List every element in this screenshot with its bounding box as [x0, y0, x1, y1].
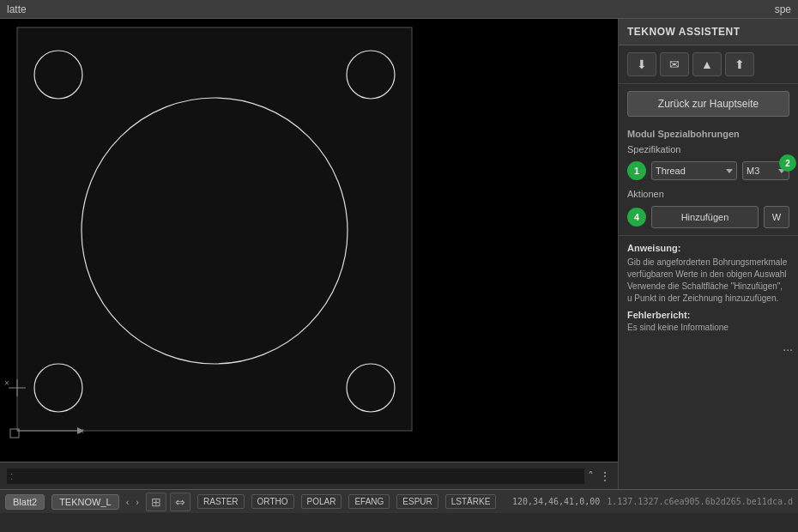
layout-icon-2[interactable]: ⇔ [170, 493, 190, 511]
module-title: Modul Spezialbohrungen [619, 124, 798, 141]
mode-espur[interactable]: ESPUR [396, 494, 438, 509]
error-text: Es sind keine Informatione [627, 322, 789, 334]
instruction-title: Anweisung: [627, 243, 789, 253]
chevron-up-icon[interactable]: ˄ [588, 469, 594, 483]
w-button[interactable]: W [764, 206, 789, 228]
right-panel: TEKNOW ASSISTENT ⬇ ✉ ▲ ⬆ Zurück zur Haup… [618, 19, 798, 489]
top-bar: latte spe [0, 0, 798, 19]
thread-type-select[interactable]: Thread Bohrung Senkung [651, 161, 737, 180]
svg-text:×: × [79, 426, 84, 436]
actions-label: Aktionen [619, 184, 798, 203]
spec-row: 1 Thread Bohrung Senkung 2 M3 M4 M5 M6 M… [619, 158, 798, 184]
svg-rect-0 [17, 27, 412, 431]
drawing-canvas[interactable]: × × [0, 19, 618, 462]
command-icons: ˄ ⋮ [588, 469, 611, 483]
command-input[interactable] [7, 469, 584, 484]
layout-icon-1[interactable]: ⊞ [146, 493, 166, 511]
panel-title: TEKNOW ASSISTENT [619, 19, 798, 45]
envelope-icon-btn[interactable]: ✉ [660, 52, 689, 76]
main-area: × × ˄ ⋮ TEKNOW ASSISTENT ⬇ ✉ ▲ ⬆ Z [0, 19, 798, 489]
back-to-main-button[interactable]: Zurück zur Hauptseite [627, 91, 789, 117]
tab-nav-right[interactable]: › [136, 497, 139, 507]
mode-polar[interactable]: POLAR [301, 494, 342, 509]
panel-dots-button[interactable]: ··· [777, 341, 798, 358]
instruction-text: Gib die angeforderten Bohrungsmerkmale v… [627, 257, 789, 305]
mode-lstarke[interactable]: LSTÄRKE [445, 494, 497, 509]
coordinates: 120,34,46,41,0,00 [512, 497, 600, 506]
tab-blatt2[interactable]: Blatt2 [5, 494, 45, 510]
mode-ortho[interactable]: ORTHO [251, 494, 294, 509]
badge-4: 4 [627, 208, 646, 227]
action-row: 4 Hinzufügen W [619, 203, 798, 232]
badge-2-wrapper: 2 M3 M4 M5 M6 M8 M10 [742, 161, 789, 180]
spec-label: Spezifikation [619, 141, 798, 158]
add-button[interactable]: Hinzufügen [651, 206, 759, 228]
command-bar: ˄ ⋮ [0, 462, 618, 489]
mode-efang[interactable]: EFANG [348, 494, 390, 509]
instruction-box: Anweisung: Gib die angeforderten Bohrung… [619, 235, 798, 341]
top-bar-left: latte [7, 3, 27, 15]
panel-icons: ⬇ ✉ ▲ ⬆ [619, 45, 798, 84]
status-hash: 1.137.1327.c6ea905.6b2d265.be11dca.d [607, 497, 793, 506]
svg-text:×: × [4, 378, 9, 388]
upload-icon-btn[interactable]: ⬆ [725, 52, 754, 76]
badge-2: 2 [779, 154, 796, 172]
error-title: Fehlerbericht: [627, 310, 789, 320]
top-bar-right: spe [775, 3, 791, 15]
canvas-area: × × ˄ ⋮ [0, 19, 618, 489]
dots-menu-icon[interactable]: ⋮ [599, 469, 611, 483]
mode-raster[interactable]: RASTER [197, 494, 245, 509]
chart-icon-btn[interactable]: ▲ [692, 52, 722, 76]
badge-1: 1 [627, 161, 646, 180]
download-icon-btn[interactable]: ⬇ [627, 52, 656, 76]
tab-nav-left[interactable]: ‹ [126, 497, 130, 507]
canvas-svg: × × [0, 19, 618, 462]
layout-icons: ⊞ ⇔ [146, 493, 190, 511]
tab-teknow[interactable]: TEKNOW_L [51, 494, 119, 510]
status-bar: Blatt2 TEKNOW_L ‹ › ⊞ ⇔ RASTER ORTHO POL… [0, 489, 798, 513]
